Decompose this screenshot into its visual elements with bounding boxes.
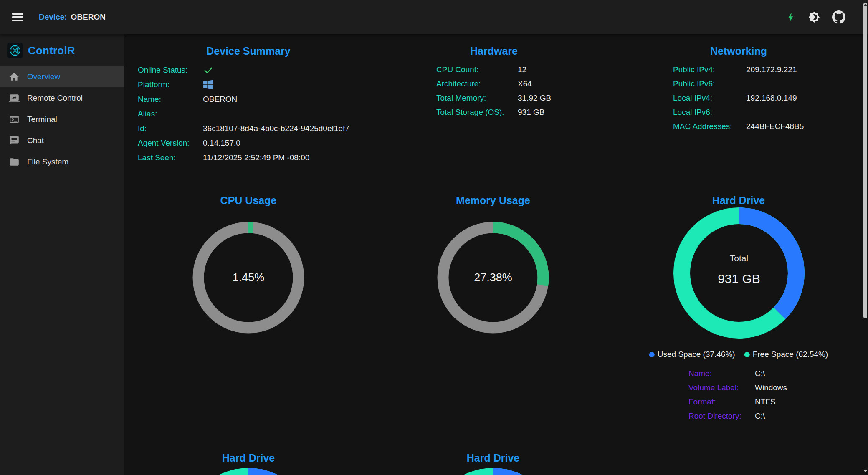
row-value: 11/12/2025 2:52:49 PM -08:00 — [203, 153, 309, 162]
hamburger-icon — [12, 13, 23, 14]
memory-usage-value: 27.38% — [436, 221, 550, 334]
sidebar-item-file-system[interactable]: File System — [0, 151, 124, 172]
row-label: Id: — [138, 124, 147, 133]
chat-icon — [9, 135, 20, 146]
screen-share-icon — [9, 93, 20, 104]
bottom-hard-drive-title-1: Hard Drive — [222, 452, 275, 464]
row-value: 31.92 GB — [518, 93, 551, 103]
row-value: 931 GB — [518, 108, 544, 117]
menu-toggle-button[interactable] — [12, 12, 23, 23]
sidebar-item-label: Remote Control — [27, 93, 83, 103]
sidebar-item-chat[interactable]: Chat — [0, 130, 124, 151]
row-value: OBERON — [203, 95, 237, 104]
sidebar-item-label: File System — [27, 157, 68, 167]
bolt-icon[interactable] — [785, 12, 796, 23]
sidebar-item-remote-control[interactable]: Remote Control — [0, 87, 124, 109]
github-button[interactable] — [832, 10, 845, 24]
sidebar: ControlR Overview Remote Control Termina… — [0, 34, 124, 475]
row-label: Agent Version: — [138, 139, 190, 148]
sidebar-item-label: Terminal — [27, 115, 57, 124]
sidebar-menu: Overview Remote Control Terminal Chat — [0, 66, 124, 172]
legend-used-space: Used Space (37.46%) — [649, 350, 735, 359]
device-summary-title: Device Summary — [206, 45, 291, 57]
row-value: NTFS — [755, 397, 776, 407]
memory-usage-chart: 27.38% — [436, 221, 550, 334]
cpu-usage-value: 1.45% — [192, 221, 305, 334]
row-label: Platform: — [138, 80, 170, 89]
row-value: 244BFECF48B5 — [746, 122, 804, 131]
scroll-up-arrow[interactable] — [864, 4, 867, 6]
terminal-icon — [9, 114, 20, 125]
app-canvas: Device: OBERON ControlR — [0, 0, 868, 475]
row-label: Alias: — [138, 109, 157, 119]
scroll-down-arrow[interactable] — [864, 470, 867, 472]
row-label: Total Storage (OS): — [436, 108, 504, 117]
row-value: C:\ — [755, 412, 765, 421]
sidebar-item-overview[interactable]: Overview — [0, 66, 124, 87]
brand[interactable]: ControlR — [7, 43, 75, 58]
hard-drive-chart: Total 931 GB — [673, 207, 805, 339]
hard-drive-legend: Used Space (37.46%) Free Space (62.54%) — [649, 350, 828, 359]
row-label: Format: — [688, 397, 716, 407]
controlr-logo-icon — [7, 43, 23, 58]
row-value: 12 — [518, 65, 526, 74]
row-label: Public IPv6: — [673, 79, 715, 88]
row-value: 0.14.157.0 — [203, 139, 240, 148]
row-label: Total Memory: — [436, 93, 486, 103]
bottom-hard-drive-chart-1 — [182, 467, 314, 475]
bottom-hard-drive-chart-2 — [427, 467, 559, 475]
row-label: Last Seen: — [138, 153, 176, 162]
hardware-title: Hardware — [470, 45, 518, 57]
row-value: 209.172.9.221 — [746, 65, 797, 74]
row-label: Name: — [138, 95, 161, 104]
main-content: Device Summary Hardware Networking Onlin… — [124, 34, 863, 475]
scrollbar-thumb[interactable] — [863, 3, 867, 318]
home-icon — [9, 71, 20, 82]
topbar-icons — [785, 0, 845, 34]
row-value: 192.168.0.149 — [746, 93, 797, 103]
sidebar-item-label: Overview — [27, 72, 60, 81]
hard-drive-total-value: 931 GB — [718, 272, 760, 286]
row-label: Local IPv4: — [673, 93, 712, 103]
bottom-hard-drive-donut-2 — [427, 467, 559, 475]
cpu-percent-text: 1.45% — [233, 271, 265, 284]
memory-usage-title: Memory Usage — [456, 195, 530, 207]
scrollbar[interactable] — [863, 0, 868, 475]
row-label: Online Status: — [138, 66, 187, 75]
row-label: Architecture: — [436, 79, 481, 88]
row-label: Public IPv4: — [673, 65, 715, 74]
bottom-hard-drive-title-2: Hard Drive — [467, 452, 519, 464]
row-value: C:\ — [755, 369, 765, 378]
row-label: MAC Addresses: — [673, 122, 732, 131]
legend-dot-free — [744, 352, 750, 357]
hard-drive-center: Total 931 GB — [673, 204, 805, 336]
device-title-name: OBERON — [71, 13, 106, 22]
device-title-label: Device: — [39, 13, 67, 22]
device-title: Device: OBERON — [39, 0, 106, 34]
topbar: Device: OBERON — [0, 0, 868, 34]
cpu-usage-chart: 1.45% — [192, 221, 305, 334]
cpu-usage-title: CPU Usage — [220, 195, 277, 207]
legend-free-space: Free Space (62.54%) — [744, 350, 828, 359]
row-label: Name: — [688, 369, 712, 378]
row-value: 36c18107-8d4a-4b0c-b224-9425d0ef1ef7 — [203, 124, 349, 133]
legend-label: Free Space (62.54%) — [753, 350, 828, 359]
row-label: Volume Label: — [688, 383, 739, 392]
legend-dot-used — [649, 352, 655, 357]
sidebar-item-label: Chat — [27, 136, 44, 145]
check-icon — [203, 65, 214, 76]
row-label: Local IPv6: — [673, 108, 712, 117]
hard-drive-total-label: Total — [730, 253, 748, 263]
row-label: Root Directory: — [688, 412, 741, 421]
networking-title: Networking — [710, 45, 767, 57]
bottom-hard-drive-donut-1 — [182, 467, 314, 475]
row-value: X64 — [518, 79, 532, 88]
sidebar-item-terminal[interactable]: Terminal — [0, 109, 124, 130]
memory-percent-text: 27.38% — [474, 271, 512, 284]
folder-icon — [9, 157, 20, 167]
row-label: CPU Count: — [436, 65, 478, 74]
legend-label: Used Space (37.46%) — [658, 350, 735, 359]
theme-toggle-button[interactable] — [808, 11, 820, 23]
windows-icon — [203, 79, 213, 90]
row-value: Windows — [755, 383, 787, 392]
